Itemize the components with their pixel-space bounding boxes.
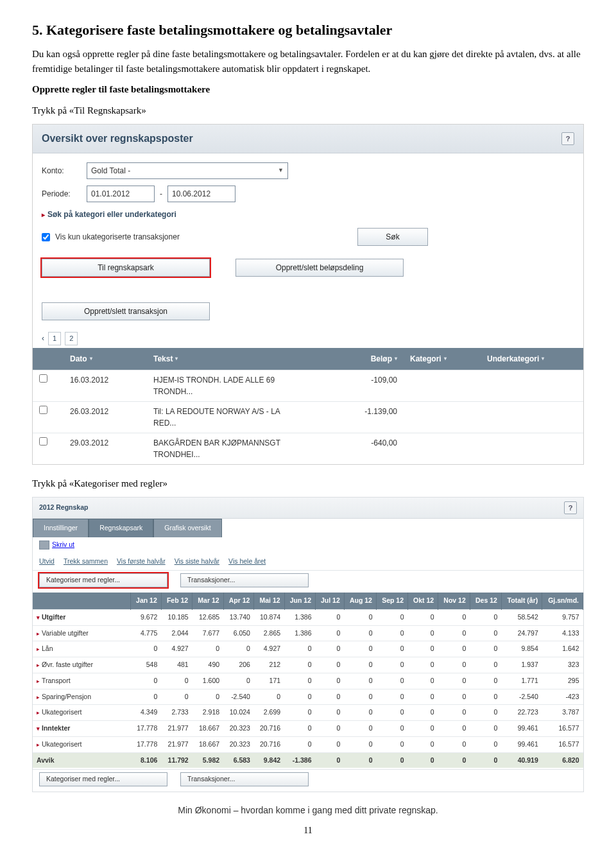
- grid-cell: 1.642: [542, 641, 583, 657]
- grid-cell: -2.540: [501, 689, 542, 705]
- row-checkbox[interactable]: [39, 437, 47, 446]
- table-row: 26.03.2012Til: LA REDOUTE NORWAY A/S - L…: [33, 401, 583, 433]
- search-button[interactable]: Søk: [357, 228, 428, 246]
- grid-row-label[interactable]: ▾Inntekter: [33, 721, 131, 737]
- link-forste-halvar[interactable]: Vis første halvår: [117, 557, 166, 567]
- grid-cell: 2.918: [193, 705, 223, 721]
- grid-cell: 10.024: [223, 705, 254, 721]
- grid-cell: 6.583: [223, 752, 254, 768]
- print-link[interactable]: Skriv ut: [52, 540, 74, 550]
- only-uncategorized-checkbox[interactable]: [42, 233, 50, 241]
- grid-col-month: Jan 12: [131, 593, 162, 609]
- grid-cell: 1.937: [501, 657, 542, 673]
- transaksjon-button[interactable]: Opprett/slett transaksjon: [42, 302, 210, 320]
- link-siste-halvar[interactable]: Vis siste halvår: [175, 557, 219, 567]
- grid-cell: 0: [284, 641, 315, 657]
- pager-prev[interactable]: ‹: [42, 333, 44, 344]
- grid-cell: 548: [131, 657, 162, 673]
- grid-row: ▸Ukategorisert17.77821.97718.66720.32320…: [33, 736, 583, 752]
- kategoriser-regler-button-bottom[interactable]: Kategoriser med regler...: [39, 772, 167, 786]
- grid-cell: 0: [315, 657, 344, 673]
- konto-label: Konto:: [42, 165, 87, 177]
- row-amount: -109,00: [301, 370, 404, 401]
- th-text[interactable]: Tekst: [153, 353, 173, 365]
- screenshot-regnskap: 2012 Regnskap ? Innstillinger Regnskapsa…: [32, 497, 584, 792]
- til-regnskapsark-button[interactable]: Til regnskapsark: [42, 259, 210, 277]
- grid-cell: 9.842: [254, 752, 284, 768]
- grid-cell: 490: [193, 657, 223, 673]
- grid-row-label[interactable]: ▸Sparing/Pensjon: [33, 689, 131, 705]
- link-trekk-sammen[interactable]: Trekk sammen: [64, 557, 108, 567]
- grid-cell: 0: [407, 705, 438, 721]
- belopsdeling-button[interactable]: Opprett/slett beløpsdeling: [235, 259, 404, 277]
- grid-cell: 40.919: [501, 752, 542, 768]
- row-amount: -1.139,00: [301, 402, 404, 433]
- periode-label: Periode:: [42, 188, 87, 200]
- doc-para-4: Trykk på «Kategoriser med regler»: [32, 476, 584, 491]
- kategoriser-regler-button[interactable]: Kategoriser med regler...: [39, 573, 167, 587]
- row-checkbox[interactable]: [39, 406, 47, 414]
- tabs: Innstillinger Regnskapsark Grafisk overs…: [33, 519, 583, 537]
- grid-cell: 0: [470, 689, 501, 705]
- grid-cell: 0: [223, 641, 254, 657]
- row-amount: -640,00: [301, 433, 404, 464]
- grid-cell: 5.982: [193, 752, 223, 768]
- grid-cell: 20.716: [254, 721, 284, 737]
- grid-cell: 0: [344, 625, 376, 641]
- th-amount[interactable]: Beløp: [371, 353, 392, 365]
- grid-cell: 3.787: [542, 705, 583, 721]
- grid-cell: 10.185: [161, 609, 192, 625]
- grid-cell: 0: [470, 705, 501, 721]
- grid-cell: 0: [284, 673, 315, 689]
- triangle-icon: ▸: [37, 709, 40, 716]
- grid-cell: 4.927: [254, 641, 284, 657]
- grid-cell: 0: [470, 625, 501, 641]
- grid-cell: 0: [470, 657, 501, 673]
- grid-col-month: Gj.sn/md.: [542, 593, 583, 609]
- grid-cell: 0: [344, 689, 376, 705]
- grid-cell: 0: [315, 609, 344, 625]
- help-icon[interactable]: ?: [564, 501, 577, 514]
- grid-row-label[interactable]: ▸Ukategorisert: [33, 705, 131, 721]
- grid-row-label[interactable]: ▸Ukategorisert: [33, 736, 131, 752]
- grid-row-label[interactable]: ▸Lån: [33, 641, 131, 657]
- tab-grafisk[interactable]: Grafisk oversikt: [153, 519, 221, 537]
- link-utvid[interactable]: Utvid: [39, 557, 55, 567]
- link-hele-aret[interactable]: Vis hele året: [228, 557, 266, 567]
- grid-cell: 0: [407, 657, 438, 673]
- th-category[interactable]: Kategori: [410, 353, 441, 365]
- grid-cell: 0: [438, 705, 470, 721]
- help-icon[interactable]: ?: [561, 132, 574, 145]
- transaksjoner-button[interactable]: Transaksjoner...: [180, 573, 309, 587]
- grid-row-label[interactable]: Avvik: [33, 752, 131, 768]
- periode-to-input[interactable]: 10.06.2012: [167, 186, 235, 202]
- grid-cell: 0: [438, 657, 470, 673]
- row-checkbox[interactable]: [39, 374, 47, 383]
- grid-cell: 4.775: [131, 625, 162, 641]
- th-date[interactable]: Dato: [70, 353, 87, 365]
- row-date: 16.03.2012: [64, 370, 147, 401]
- sort-icon: ▾: [395, 355, 397, 363]
- th-subcategory[interactable]: Underkategori: [487, 353, 539, 365]
- grid-cell: 0: [193, 641, 223, 657]
- grid-cell: 0: [470, 673, 501, 689]
- grid-row-label[interactable]: ▸Transport: [33, 673, 131, 689]
- grid-row-label[interactable]: ▸Øvr. faste utgifter: [33, 657, 131, 673]
- grid-cell: 58.542: [501, 609, 542, 625]
- grid-col-label: [33, 593, 131, 609]
- triangle-icon: ▸: [37, 646, 40, 652]
- periode-from-input[interactable]: 01.01.2012: [87, 186, 155, 202]
- transaksjoner-button-bottom[interactable]: Transaksjoner...: [180, 772, 309, 786]
- tab-innstillinger[interactable]: Innstillinger: [33, 519, 89, 537]
- grid-cell: 4.927: [161, 641, 192, 657]
- doc-para-3: Trykk på «Til Regnskapsark»: [32, 103, 584, 118]
- pager-page-1[interactable]: 1: [48, 332, 61, 345]
- pager-page-2[interactable]: 2: [65, 332, 78, 345]
- search-category-expander[interactable]: ▸ Søk på kategori eller underkategori: [42, 209, 574, 220]
- grid-row-label[interactable]: ▸Variable utgifter: [33, 625, 131, 641]
- grid-cell: 0: [438, 625, 470, 641]
- tab-regnskapsark[interactable]: Regnskapsark: [89, 519, 153, 537]
- grid-row-label[interactable]: ▾Utgifter: [33, 609, 131, 625]
- grid-cell: 0: [131, 641, 162, 657]
- konto-select[interactable]: Gold Total - ▼: [87, 162, 288, 179]
